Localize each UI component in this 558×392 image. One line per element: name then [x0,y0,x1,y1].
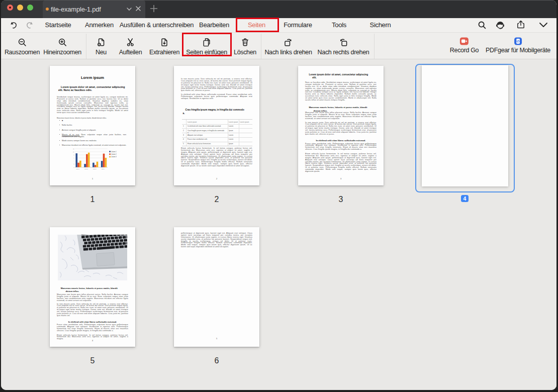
svg-text:2: 2 [74,163,75,164]
svg-text:Column 1: Column 1 [111,151,117,153]
svg-text:8: 8 [74,154,75,155]
svg-text:10: 10 [73,151,74,152]
svg-text:Column 2: Column 2 [111,153,117,155]
svg-text:Row 4: Row 4 [102,168,105,169]
svg-text:12: 12 [73,148,74,149]
svg-text:4: 4 [74,160,75,161]
svg-text:Row 1: Row 1 [76,168,80,169]
svg-text:Row 3: Row 3 [93,168,97,169]
svg-text:0: 0 [74,167,75,168]
svg-text:Column 3: Column 3 [111,156,117,158]
svg-text:6: 6 [74,157,75,158]
svg-text:Row 2: Row 2 [84,168,88,169]
